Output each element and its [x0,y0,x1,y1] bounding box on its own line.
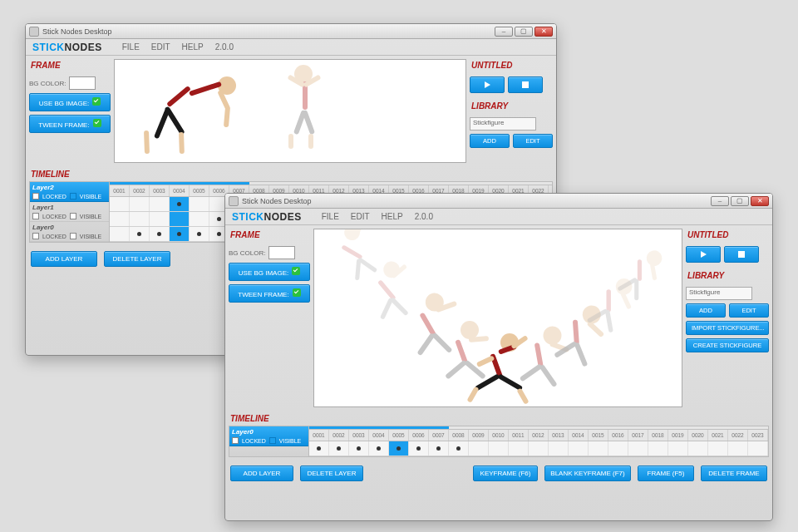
frame-cell[interactable] [429,441,449,456]
import-stickfigure-button[interactable]: IMPORT STICKFIGURE... [686,321,769,335]
frame-cell[interactable] [708,441,728,456]
frame-cell[interactable] [190,197,209,211]
delete-layer-button[interactable]: DELETE LAYER [300,466,363,481]
minimize-button[interactable]: – [711,196,729,206]
frame-cell[interactable] [190,212,209,226]
stop-button[interactable] [508,76,543,93]
frame-number[interactable]: 0003 [150,185,170,196]
frame-number[interactable]: 0009 [469,430,489,441]
layer-block[interactable]: Layer0LOCKED VISIBLE [30,222,109,242]
frame-cell[interactable] [150,212,170,226]
frame-cell[interactable] [130,197,150,211]
bg-color-swatch[interactable] [268,246,295,259]
frame-number[interactable]: 0021 [708,430,728,441]
frame-number[interactable]: 0001 [110,185,130,196]
bg-color-swatch[interactable] [69,76,96,90]
frame-cell[interactable] [130,227,150,241]
frame-number[interactable]: 0012 [529,430,549,441]
frame-number[interactable]: 0008 [449,430,469,441]
frame-cell[interactable] [170,227,190,241]
library-edit-button[interactable]: EDIT [729,303,769,318]
frame-number[interactable]: 0006 [409,430,429,441]
frame-cell[interactable] [529,441,549,456]
frame-number[interactable]: 0002 [329,430,349,441]
close-button[interactable]: ✕ [534,27,553,37]
locked-checkbox[interactable] [232,437,239,444]
tween-frame-button[interactable]: TWEEN FRAME: [29,115,111,133]
frame-cell[interactable] [509,441,529,456]
close-button[interactable]: ✕ [751,196,769,206]
frame-cell[interactable] [748,441,768,456]
frame-cell[interactable] [190,227,209,241]
frame-number[interactable]: 0004 [369,430,389,441]
delete-frame-button[interactable]: DELETE FRAME [701,466,767,481]
use-bg-image-button[interactable]: USE BG IMAGE: [29,93,111,111]
frame-cell[interactable] [329,441,349,456]
frame-number[interactable]: 0023 [748,430,768,441]
frame-number[interactable]: 0016 [608,430,628,441]
frame-cell[interactable] [110,227,130,241]
create-stickfigure-button[interactable]: CREATE STICKFIGURE [686,338,769,352]
frame-cell[interactable] [170,212,190,226]
frame-number[interactable]: 0015 [589,430,608,441]
frame-cell[interactable] [648,441,668,456]
delete-layer-button[interactable]: DELETE LAYER [104,251,170,267]
maximize-button[interactable]: ▢ [515,27,533,37]
frame-number[interactable]: 0018 [648,430,668,441]
maximize-button[interactable]: ▢ [731,196,749,206]
library-add-button[interactable]: ADD [470,134,510,148]
frame-cell[interactable] [130,212,150,226]
visible-checkbox[interactable] [70,213,76,219]
minimize-button[interactable]: – [495,27,513,37]
frame-number[interactable]: 0005 [190,185,209,196]
frame-cell[interactable] [150,227,170,241]
frame-cell[interactable] [150,197,170,211]
frame-button[interactable]: FRAME (F5) [638,466,694,481]
stop-button[interactable] [724,246,759,263]
menu-edit[interactable]: EDIT [151,42,170,52]
frame-cell[interactable] [728,441,748,456]
menu-help[interactable]: HELP [182,42,204,52]
frame-number[interactable]: 0004 [170,185,190,196]
frame-number[interactable]: 0017 [628,430,648,441]
visible-checkbox[interactable] [70,193,76,200]
tween-frame-button[interactable]: TWEEN FRAME: [229,284,310,303]
library-item-field[interactable]: Stickfigure [470,117,536,131]
frame-cell[interactable] [389,441,409,456]
frame-cell[interactable] [110,212,130,226]
frame-cell[interactable] [170,197,190,211]
menu-file[interactable]: FILE [322,212,339,221]
frame-cell[interactable] [409,441,429,456]
frame-cell[interactable] [110,197,130,211]
frame-number[interactable]: 0007 [429,430,449,441]
frame-number[interactable]: 0013 [549,430,569,441]
frame-cell[interactable] [469,441,489,456]
canvas[interactable] [313,229,682,407]
frame-number[interactable]: 0020 [688,430,708,441]
frame-cell[interactable] [589,441,608,456]
blank-keyframe-button[interactable]: BLANK KEYFRAME (F7) [544,466,631,481]
frame-cell[interactable] [449,441,469,456]
play-button[interactable] [686,246,721,263]
frame-cell[interactable] [309,441,329,456]
locked-checkbox[interactable] [32,233,39,239]
library-edit-button[interactable]: EDIT [513,134,553,148]
layer-block[interactable]: Layer0LOCKED VISIBLE [229,426,308,446]
titlebar[interactable]: Stick Nodes Desktop – ▢ ✕ [225,194,772,209]
track-area[interactable]: 0001000200030004000500060007000800090010… [309,426,768,456]
add-layer-button[interactable]: ADD LAYER [230,466,293,481]
frame-cell[interactable] [369,441,389,456]
frame-cell[interactable] [549,441,569,456]
locked-checkbox[interactable] [32,213,39,219]
add-layer-button[interactable]: ADD LAYER [31,251,97,267]
frame-number[interactable]: 0005 [389,430,409,441]
frame-number[interactable]: 0011 [509,430,529,441]
frame-number[interactable]: 0003 [349,430,369,441]
titlebar[interactable]: Stick Nodes Desktop – ▢ ✕ [26,24,556,39]
menu-help[interactable]: HELP [382,212,403,221]
menu-file[interactable]: FILE [122,42,140,52]
frame-cell[interactable] [489,441,509,456]
track-row[interactable] [309,441,768,456]
frame-cell[interactable] [668,441,688,456]
visible-checkbox[interactable] [269,437,276,444]
